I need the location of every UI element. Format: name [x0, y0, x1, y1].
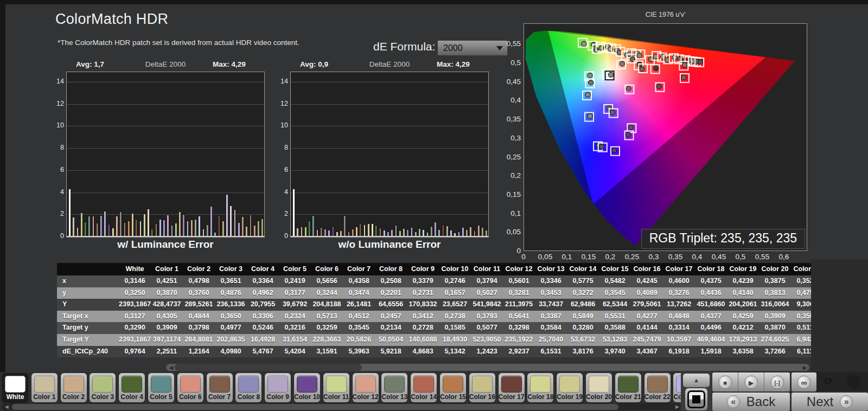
play-button[interactable]: ▶ — [738, 373, 764, 391]
patch-color-12[interactable]: Color 12 — [353, 373, 379, 402]
table-cell: 33,7437 — [535, 299, 567, 311]
table-column-header: Color 2 — [183, 263, 215, 275]
table-cell: 0,3524 — [791, 275, 811, 287]
patch-color-6[interactable]: Color 6 — [177, 373, 203, 402]
de-bar — [88, 216, 91, 236]
de-bar — [446, 226, 449, 236]
patch-swatch — [384, 376, 405, 393]
table-cell: 0,3314 — [663, 322, 695, 334]
de-bar — [450, 230, 452, 236]
measured-point-marker — [585, 92, 590, 97]
patch-color-10[interactable]: Color 10 — [294, 373, 320, 402]
patch-white[interactable]: White — [2, 373, 28, 402]
patch-color-19[interactable]: Color 19 — [557, 373, 583, 402]
patch-scroll-left-icon[interactable]: ◄ — [4, 403, 10, 410]
patch-color-8[interactable]: Color 8 — [235, 373, 261, 402]
de-bar — [454, 233, 456, 236]
patch-hscrollbar-thumb[interactable] — [12, 404, 618, 410]
de-bars — [68, 73, 264, 236]
patch-color-17[interactable]: Color 17 — [499, 373, 525, 402]
table-cell: 4,0980 — [215, 346, 247, 357]
patch-label: Color 20 — [586, 393, 612, 401]
table-cell: 0,3146 — [119, 275, 151, 287]
table-cell: 0,5246 — [247, 322, 279, 334]
patch-color-3[interactable]: Color 3 — [90, 373, 116, 402]
window-top-edge — [0, 0, 868, 4]
table-cell: 5,4767 — [247, 346, 279, 357]
patch-color-11[interactable]: Color 11 — [323, 373, 349, 402]
de-bar — [403, 228, 405, 236]
table-scroll-right-icon[interactable]: ► — [802, 364, 808, 371]
table-hscrollbar-thumb[interactable] — [175, 364, 362, 371]
patch-color-16[interactable]: Color 16 — [469, 373, 495, 402]
table-cell: 284,8081 — [183, 334, 215, 346]
patch-color-7[interactable]: Color 7 — [207, 373, 233, 402]
de-bar — [218, 215, 221, 236]
chart-ytick-label: 4 — [50, 188, 64, 196]
next-button[interactable]: Next » — [792, 393, 868, 411]
back-button[interactable]: « Back — [712, 393, 790, 411]
de-bar — [100, 215, 103, 236]
patch-color-2[interactable]: Color 2 — [61, 373, 87, 402]
table-cell: 3,6358 — [727, 346, 759, 357]
de-bar — [343, 215, 346, 236]
patch-color-22[interactable]: Color 22 — [644, 373, 671, 402]
table-cell: 0,4848 — [663, 311, 695, 323]
single-measure-button[interactable]: [-] — [764, 373, 790, 391]
table-cell: 0,4212 — [727, 322, 759, 334]
table-cell: 0,3798 — [183, 322, 215, 334]
patch-color-1[interactable]: Color 1 — [31, 373, 58, 402]
patch-color-14[interactable]: Color 14 — [411, 373, 437, 402]
table-column-header: Color 15 — [599, 263, 631, 275]
de-bar — [116, 216, 118, 236]
patch-color-9[interactable]: Color 9 — [265, 373, 291, 402]
patch-color-21[interactable]: Color 21 — [615, 373, 641, 402]
table-cell: 0,3545 — [343, 322, 375, 334]
patch-color-15[interactable]: Color 15 — [440, 373, 466, 402]
table-cell: 469,4604 — [695, 334, 727, 346]
patch-color-13[interactable]: Color 13 — [381, 373, 407, 402]
de-bar — [292, 189, 295, 236]
cie-ytick-label: 0,3 — [499, 134, 521, 142]
table-scroll-left-icon[interactable]: ◄ — [168, 364, 174, 371]
de-bar — [352, 229, 354, 236]
table-cell: 0,2508 — [375, 275, 407, 287]
collapse-panel-button[interactable]: ▲ — [683, 374, 710, 387]
patch-scroll-right-icon[interactable]: ► — [674, 403, 680, 410]
cie-xtick-label: 0,5 — [729, 253, 752, 261]
table-cell: 0,3177 — [279, 287, 311, 299]
patch-color-20[interactable]: Color 20 — [586, 373, 612, 402]
de-formula-dropdown[interactable]: 2000 — [437, 40, 508, 56]
cie-ytick-label: 0,25 — [499, 153, 521, 161]
cie-title: CIE 1976 u'v' — [524, 11, 807, 18]
de-bar — [462, 227, 464, 236]
de-bar — [84, 222, 87, 236]
table-cell: 0,4089 — [631, 287, 663, 299]
table-hscrollbar[interactable]: ◄ ► — [0, 364, 868, 371]
continuous-measure-button[interactable]: ∞ — [792, 373, 816, 391]
table-cell: 2,9237 — [503, 346, 535, 357]
table-column-header: Color 16 — [631, 263, 663, 275]
table-cell: 0,3909 — [151, 322, 183, 334]
de-bar — [340, 230, 342, 236]
patch-color-18[interactable]: Color 18 — [527, 373, 553, 402]
patch-color-4[interactable]: Color 4 — [119, 373, 145, 402]
de-bar — [143, 214, 146, 236]
patch-label: Color 2 — [61, 393, 87, 401]
de-bar — [332, 226, 335, 236]
patch-swatch — [122, 376, 142, 393]
chart-max-label: Max: 4,29 — [437, 60, 470, 70]
table-cell: 0,3870 — [759, 322, 791, 334]
patch-window-icon — [687, 390, 705, 408]
table-cell: 0,3272 — [567, 287, 599, 299]
table-cell: 20,5826 — [343, 334, 375, 346]
de-bar — [124, 222, 126, 236]
patch-label: Color 11 — [323, 393, 349, 401]
patch-color-5[interactable]: Color 5 — [148, 373, 174, 402]
table-cell: 0,3244 — [311, 287, 343, 299]
stop-button[interactable]: ■ — [712, 373, 738, 391]
table-cell: 0,2738 — [439, 311, 471, 323]
patch-window-button[interactable] — [685, 388, 707, 410]
table-row-label: Target Y — [57, 334, 119, 346]
patch-swatch — [34, 376, 55, 393]
